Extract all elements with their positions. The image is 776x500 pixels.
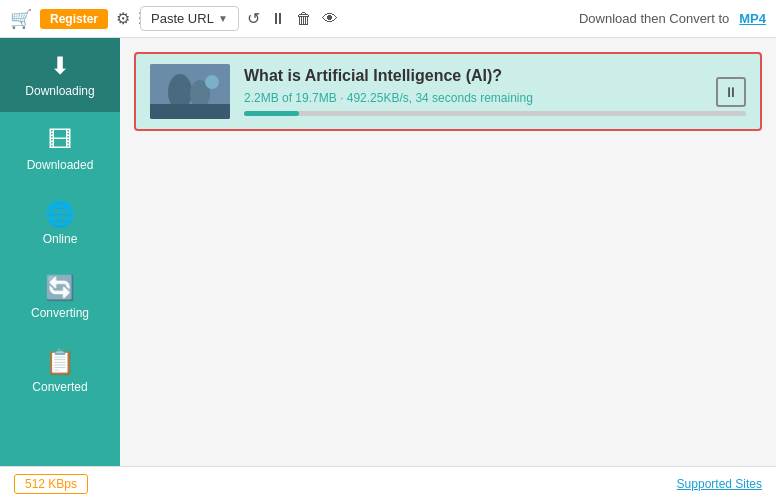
- sidebar-item-online[interactable]: 🌐 Online: [0, 186, 120, 260]
- gear-icon[interactable]: ⚙: [116, 9, 130, 28]
- register-button[interactable]: Register: [40, 9, 108, 29]
- svg-point-4: [205, 75, 219, 89]
- pause-button[interactable]: ⏸: [716, 77, 746, 107]
- title-bar: 🛒 Register ⚙ ☰ — □ ✕ Paste URL ▼ ↺ ⏸ 🗑 👁…: [0, 0, 776, 38]
- sidebar-label-online: Online: [43, 232, 78, 246]
- speed-badge: 512 KBps: [14, 474, 88, 494]
- sidebar-item-converting[interactable]: 🔄 Converting: [0, 260, 120, 334]
- title-bar-right: Download then Convert to MP4: [579, 11, 766, 26]
- sidebar-item-converted[interactable]: 📋 Converted: [0, 334, 120, 408]
- convert-format-link[interactable]: MP4: [739, 11, 766, 26]
- refresh-icon[interactable]: ↺: [247, 9, 260, 28]
- pause-all-icon[interactable]: ⏸: [270, 10, 286, 28]
- supported-sites-link[interactable]: Supported Sites: [677, 477, 762, 491]
- eye-icon[interactable]: 👁: [322, 10, 338, 28]
- download-status: 2.2MB of 19.7MB · 492.25KB/s, 34 seconds…: [244, 91, 746, 105]
- film-icon: 🎞: [48, 126, 72, 154]
- thumbnail-image: [150, 64, 230, 119]
- sidebar-label-converted: Converted: [32, 380, 87, 394]
- progress-bar-fill: [244, 111, 299, 116]
- convert-icon: 🔄: [45, 274, 75, 302]
- sidebar-item-downloading[interactable]: ⬇ Downloading: [0, 38, 120, 112]
- video-title: What is Artificial Intelligence (AI)?: [244, 67, 746, 85]
- sidebar-label-downloaded: Downloaded: [27, 158, 94, 172]
- main-area: ⬇ Downloading 🎞 Downloaded 🌐 Online 🔄 Co…: [0, 38, 776, 466]
- sidebar-item-downloaded[interactable]: 🎞 Downloaded: [0, 112, 120, 186]
- sidebar-label-downloading: Downloading: [25, 84, 94, 98]
- sidebar-label-converting: Converting: [31, 306, 89, 320]
- delete-icon[interactable]: 🗑: [296, 10, 312, 28]
- convert-text: Download then Convert to: [579, 11, 729, 26]
- list-icon: 📋: [45, 348, 75, 376]
- cart-icon[interactable]: 🛒: [10, 8, 32, 30]
- card-info: What is Artificial Intelligence (AI)? 2.…: [244, 67, 746, 116]
- paste-url-label: Paste URL: [151, 11, 214, 26]
- svg-rect-3: [150, 104, 230, 119]
- paste-url-button[interactable]: Paste URL ▼: [140, 6, 239, 31]
- download-icon: ⬇: [50, 52, 70, 80]
- bottom-bar: 512 KBps Supported Sites: [0, 466, 776, 500]
- sidebar: ⬇ Downloading 🎞 Downloaded 🌐 Online 🔄 Co…: [0, 38, 120, 466]
- video-thumbnail: [150, 64, 230, 119]
- download-card: What is Artificial Intelligence (AI)? 2.…: [134, 52, 762, 131]
- paste-url-arrow: ▼: [218, 13, 228, 24]
- globe-icon: 🌐: [45, 200, 75, 228]
- progress-bar-background: [244, 111, 746, 116]
- content-area: What is Artificial Intelligence (AI)? 2.…: [120, 38, 776, 466]
- toolbar-icons: ↺ ⏸ 🗑 👁: [247, 9, 338, 28]
